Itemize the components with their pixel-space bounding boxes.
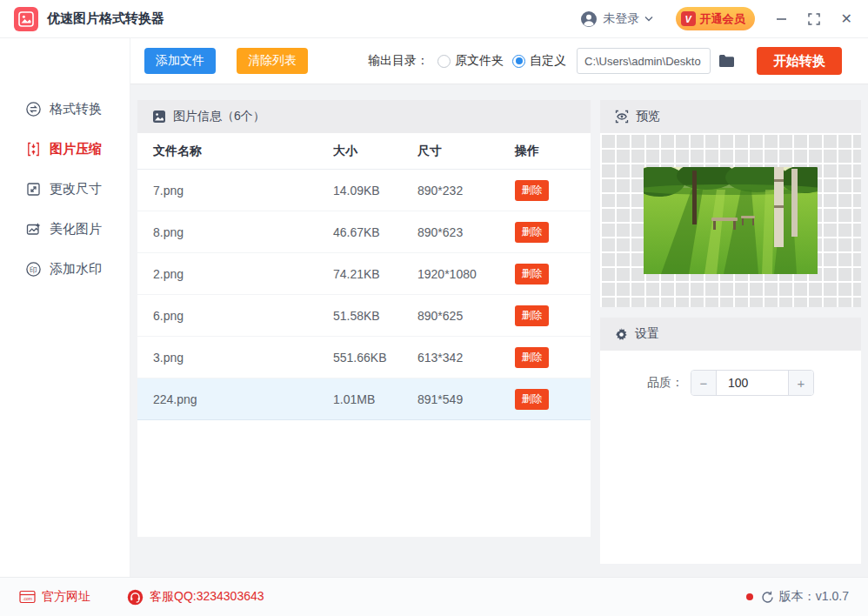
file-size: 46.67KB (333, 225, 417, 239)
user-icon (580, 10, 598, 28)
sidebar-item-image-compress[interactable]: 图片压缩 (0, 129, 130, 169)
title-bar: 优速图片格式转换器 未登录 V 开通会员 ✕ (0, 0, 868, 38)
customer-service-qq[interactable]: 客服QQ:3234303643 (127, 589, 264, 606)
radio-circle (512, 55, 525, 68)
output-path-input[interactable] (577, 48, 711, 74)
vip-badge-icon: V (681, 11, 696, 26)
panel-title: 图片信息（6个） (173, 109, 265, 124)
sidebar-item-label: 图片压缩 (50, 141, 102, 157)
chevron-down-icon (644, 16, 653, 22)
quality-setting: 品质： − + (600, 351, 861, 396)
app-window: 优速图片格式转换器 未登录 V 开通会员 ✕ (0, 0, 868, 616)
sidebar-item-label: 美化图片 (50, 221, 102, 238)
preview-header: 预览 (600, 100, 861, 133)
format-convert-icon (25, 101, 42, 117)
image-info-icon (152, 110, 166, 124)
table-row[interactable]: 2.png 74.21KB 1920*1080 删除 (137, 253, 591, 295)
table-row[interactable]: 7.png 14.09KB 890*232 删除 (137, 170, 591, 211)
sidebar-item-format-convert[interactable]: 格式转换 (0, 89, 130, 129)
official-website-link[interactable]: .com 官方网址 (19, 589, 90, 605)
sidebar-item-resize[interactable]: 更改尺寸 (0, 169, 130, 209)
table-body: 7.png 14.09KB 890*232 删除 8.png 46.67KB 8… (137, 170, 591, 537)
file-dimensions: 890*625 (417, 309, 515, 323)
delete-button[interactable]: 删除 (515, 222, 549, 243)
sidebar-item-label: 更改尺寸 (50, 181, 102, 198)
start-convert-button[interactable]: 开始转换 (757, 47, 842, 75)
column-header-name: 文件名称 (153, 144, 333, 159)
file-size: 14.09KB (333, 184, 417, 198)
workspace: 图片信息（6个） 文件名称 大小 尺寸 操作 7.png 14.09KB 890… (130, 84, 868, 577)
quality-stepper: − + (691, 370, 814, 396)
settings-header: 设置 (600, 318, 861, 351)
sidebar-item-beautify[interactable]: 美化图片 (0, 209, 130, 249)
table-header-row: 文件名称 大小 尺寸 操作 (137, 133, 591, 170)
window-title: 优速图片格式转换器 (47, 10, 164, 27)
sidebar: 格式转换 图片压缩 更改尺寸 美化图片 (0, 38, 130, 577)
sidebar-item-label: 格式转换 (50, 101, 102, 117)
file-size: 51.58KB (333, 309, 417, 323)
preview-image (644, 167, 818, 274)
maximize-button[interactable] (808, 13, 820, 25)
settings-panel: 设置 品质： − + (600, 318, 861, 564)
table-row[interactable]: 8.png 46.67KB 890*623 删除 (137, 211, 591, 253)
quality-increase-button[interactable]: + (788, 371, 813, 395)
output-dir-label: 输出目录： (368, 53, 429, 69)
delete-button[interactable]: 删除 (515, 389, 549, 410)
browse-folder-icon[interactable] (718, 54, 735, 68)
file-name: 3.png (153, 351, 333, 365)
preview-checkerboard (600, 133, 861, 307)
file-dimensions: 890*623 (417, 225, 515, 239)
clear-list-button[interactable]: 清除列表 (237, 48, 308, 74)
file-size: 74.21KB (333, 267, 417, 281)
table-row[interactable]: 6.png 51.58KB 890*625 删除 (137, 295, 591, 337)
version-label: 版本：v1.0.7 (779, 589, 849, 605)
file-dimensions: 890*232 (417, 184, 515, 198)
table-row[interactable]: 3.png 551.66KB 613*342 删除 (137, 337, 591, 378)
resize-icon (25, 181, 42, 198)
file-dimensions: 1920*1080 (417, 267, 515, 281)
add-files-button[interactable]: 添加文件 (144, 48, 216, 74)
file-name: 8.png (153, 225, 333, 239)
radio-circle (437, 55, 451, 68)
file-name: 6.png (153, 309, 333, 323)
watermark-icon: 印 (25, 261, 42, 278)
delete-button[interactable]: 删除 (515, 347, 549, 368)
delete-button[interactable]: 删除 (515, 305, 549, 326)
file-size: 551.66KB (333, 351, 417, 365)
delete-button[interactable]: 删除 (515, 180, 549, 201)
beautify-image-icon (25, 221, 42, 238)
quality-label: 品质： (647, 375, 684, 391)
file-dimensions: 613*342 (417, 351, 515, 365)
check-update-icon[interactable] (761, 591, 774, 604)
quality-decrease-button[interactable]: − (691, 371, 717, 395)
preview-panel: 预览 (600, 100, 861, 307)
column-header-size: 大小 (333, 144, 417, 159)
login-status: 未登录 (604, 11, 640, 27)
radio-original-folder[interactable]: 原文件夹 (437, 53, 504, 69)
file-list-panel: 图片信息（6个） 文件名称 大小 尺寸 操作 7.png 14.09KB 890… (137, 100, 591, 537)
column-header-dims: 尺寸 (417, 144, 515, 159)
open-vip-button[interactable]: V 开通会员 (676, 7, 755, 30)
compress-icon (25, 141, 42, 157)
headset-icon (127, 589, 144, 606)
panel-title: 预览 (636, 109, 660, 124)
column-header-ops: 操作 (515, 144, 575, 159)
toolbar: 添加文件 清除列表 输出目录： 原文件夹 自定义 (130, 38, 868, 84)
file-name: 2.png (153, 267, 333, 281)
login-menu[interactable]: 未登录 (580, 10, 653, 28)
close-button[interactable]: ✕ (841, 12, 852, 26)
footer-bar: .com 官方网址 客服QQ:3234303643 版本：v1.0.7 (0, 577, 868, 616)
table-row[interactable]: 224.png 1.01MB 891*549 删除 (137, 378, 591, 420)
file-name: 7.png (153, 184, 333, 198)
website-com-icon: .com (19, 590, 36, 604)
file-name: 224.png (153, 392, 333, 406)
file-size: 1.01MB (333, 392, 417, 406)
svg-text:印: 印 (30, 264, 37, 273)
minimize-button[interactable] (776, 13, 787, 24)
radio-custom-folder[interactable]: 自定义 (512, 53, 566, 69)
sidebar-item-watermark[interactable]: 印 添加水印 (0, 249, 130, 289)
preview-eye-icon (615, 110, 629, 124)
quality-input[interactable] (717, 371, 788, 395)
delete-button[interactable]: 删除 (515, 264, 549, 285)
panel-title: 设置 (635, 326, 659, 342)
